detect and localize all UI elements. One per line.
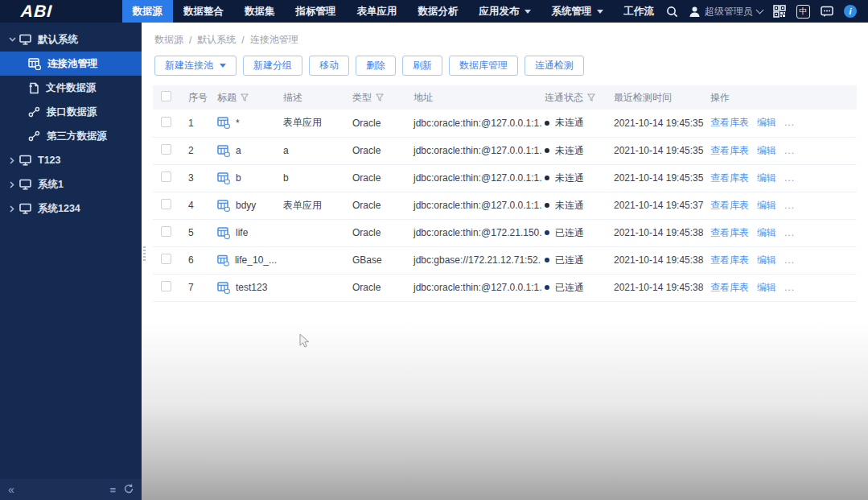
tab-indicator-mgmt[interactable]: 指标管理 — [286, 0, 347, 23]
tab-system-mgmt[interactable]: 系统管理 — [541, 0, 614, 23]
user-menu[interactable]: 超级管理员 — [689, 5, 763, 19]
refresh-icon[interactable] — [124, 482, 134, 497]
tab-data-analysis[interactable]: 数据分析 — [408, 0, 469, 23]
table-row[interactable]: 6 life_10_... GBase jdbc:gbase://172.21.… — [153, 246, 857, 274]
row-checkbox[interactable] — [161, 171, 171, 182]
row-no: 3 — [185, 164, 214, 192]
delete-button[interactable]: 删除 — [356, 56, 396, 76]
sidebar-item-file-datasource[interactable]: 文件数据源 — [0, 76, 142, 100]
row-title[interactable]: test123 — [236, 282, 267, 293]
table-row[interactable]: 7 test123 Oracle jdbc:oracle:thin:@127.0… — [153, 274, 857, 301]
top-navigation-bar: ABI 数据源 数据整合 数据集 指标管理 表单应用 数据分析 应用发布 系统管… — [0, 0, 868, 23]
edit-link[interactable]: 编辑 — [757, 172, 776, 184]
chevron-collapsed-icon[interactable] — [6, 181, 18, 188]
col-header-ops: 操作 — [707, 85, 857, 110]
message-icon[interactable] — [820, 4, 834, 19]
chevron-collapsed-icon[interactable] — [6, 157, 18, 164]
db-mgmt-button[interactable]: 数据库管理 — [449, 56, 518, 76]
view-tables-link[interactable]: 查看库表 — [710, 145, 749, 156]
more-actions-link[interactable]: ... — [784, 254, 795, 266]
row-title[interactable]: life_10_... — [235, 254, 277, 266]
sidebar-item-system1[interactable]: 系统1 — [0, 172, 142, 196]
row-checkbox[interactable] — [161, 117, 171, 127]
tab-form-app[interactable]: 表单应用 — [347, 0, 408, 23]
row-desc: b — [280, 164, 349, 192]
row-checkbox[interactable] — [161, 226, 171, 237]
more-actions-link[interactable]: ... — [784, 145, 795, 156]
tab-datasource[interactable]: 数据源 — [122, 0, 174, 23]
edit-link[interactable]: 编辑 — [757, 117, 776, 128]
table-row[interactable]: 5 life Oracle jdbc:oracle:thin:@172.21.1… — [153, 219, 857, 246]
select-all-checkbox[interactable] — [161, 91, 171, 101]
tab-workflow[interactable]: 工作流 — [614, 0, 665, 23]
col-label: 连通状态 — [545, 91, 583, 105]
view-tables-link[interactable]: 查看库表 — [710, 254, 749, 266]
breadcrumb-connection-pool[interactable]: 连接池管理 — [250, 33, 298, 47]
more-actions-link[interactable]: ... — [784, 117, 795, 128]
edit-link[interactable]: 编辑 — [757, 227, 776, 238]
edit-link[interactable]: 编辑 — [757, 200, 776, 211]
sidebar-item-default-system[interactable]: 默认系统 — [0, 27, 142, 52]
filter-icon[interactable] — [241, 93, 249, 101]
sidebar-item-connection-pool-mgmt[interactable]: 连接池管理 — [0, 52, 142, 76]
tab-dataset[interactable]: 数据集 — [234, 0, 286, 23]
edit-link[interactable]: 编辑 — [757, 282, 776, 293]
edit-link[interactable]: 编辑 — [757, 254, 776, 266]
sidebar-item-system1234[interactable]: 系统1234 — [0, 196, 142, 221]
view-tables-link[interactable]: 查看库表 — [710, 227, 749, 238]
col-header-title: 标题 — [214, 85, 280, 110]
filter-icon[interactable] — [587, 93, 595, 101]
table-row[interactable]: 2 a a Oracle jdbc:oracle:thin:@127.0.0.1… — [153, 137, 857, 164]
breadcrumb-default-system[interactable]: 默认系统 — [197, 33, 236, 47]
row-title[interactable]: * — [236, 118, 240, 129]
move-button[interactable]: 移动 — [309, 56, 349, 76]
connectivity-check-button[interactable]: 连通检测 — [525, 56, 584, 76]
list-icon[interactable]: ≡ — [109, 484, 116, 496]
panel-resize-grip[interactable] — [143, 246, 146, 261]
search-icon[interactable] — [664, 4, 679, 19]
more-actions-link[interactable]: ... — [784, 200, 795, 211]
col-header-desc: 描述 — [280, 85, 349, 110]
more-actions-link[interactable]: ... — [784, 227, 795, 238]
chevron-expanded-icon[interactable] — [6, 37, 18, 42]
filter-icon[interactable] — [376, 93, 384, 101]
row-checkbox[interactable] — [161, 281, 171, 291]
view-tables-link[interactable]: 查看库表 — [710, 117, 749, 128]
sidebar-item-api-datasource[interactable]: 接口数据源 — [0, 100, 142, 124]
chevron-collapsed-icon[interactable] — [6, 205, 18, 213]
row-checkbox[interactable] — [161, 199, 171, 209]
status-dot-icon — [545, 258, 549, 262]
breadcrumb-datasource[interactable]: 数据源 — [154, 33, 183, 47]
row-title[interactable]: bdyy — [236, 200, 256, 211]
sidebar-item-t123[interactable]: T123 — [0, 148, 142, 172]
tab-data-integration[interactable]: 数据整合 — [173, 0, 234, 23]
info-icon[interactable]: i — [844, 5, 857, 18]
table-row[interactable]: 4 bdyy 表单应用 Oracle jdbc:oracle:thin:@127… — [153, 192, 857, 219]
row-no: 6 — [185, 246, 214, 274]
qrcode-icon[interactable] — [772, 4, 787, 19]
more-actions-link[interactable]: ... — [784, 172, 795, 184]
col-header-no: 序号 — [185, 85, 214, 110]
more-actions-link[interactable]: ... — [784, 282, 795, 293]
sidebar-item-thirdparty-datasource[interactable]: 第三方数据源 — [0, 124, 142, 148]
edit-link[interactable]: 编辑 — [757, 145, 776, 156]
row-title[interactable]: a — [236, 145, 241, 156]
new-group-button[interactable]: 新建分组 — [243, 56, 302, 76]
new-connection-pool-button[interactable]: 新建连接池 — [154, 56, 237, 76]
view-tables-link[interactable]: 查看库表 — [710, 282, 749, 293]
row-checkbox[interactable] — [161, 254, 171, 264]
view-tables-link[interactable]: 查看库表 — [710, 172, 749, 184]
language-icon[interactable]: 中 — [796, 5, 810, 19]
row-title[interactable]: b — [236, 172, 241, 184]
row-actions: 查看库表编辑... — [707, 137, 857, 164]
row-time: 2021-10-14 19:45:35 — [611, 110, 707, 137]
row-checkbox[interactable] — [161, 144, 171, 155]
table-row[interactable]: 1 * 表单应用 Oracle jdbc:oracle:thin:@127.0.… — [153, 110, 857, 137]
col-label: 标题 — [217, 91, 237, 105]
collapse-sidebar-icon[interactable]: « — [8, 483, 14, 496]
tab-app-publish[interactable]: 应用发布 — [469, 0, 541, 23]
table-row[interactable]: 3 b b Oracle jdbc:oracle:thin:@127.0.0.1… — [153, 164, 857, 192]
refresh-button[interactable]: 刷新 — [402, 56, 442, 76]
view-tables-link[interactable]: 查看库表 — [710, 200, 749, 211]
row-title[interactable]: life — [236, 227, 248, 238]
